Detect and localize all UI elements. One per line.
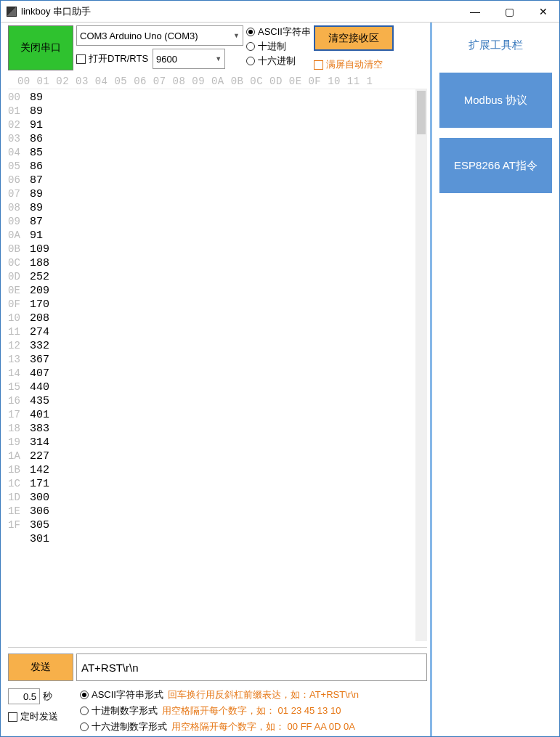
baud-select[interactable]: 9600 ▼ [153, 49, 225, 69]
recv-line: 252 [30, 270, 424, 284]
recv-line: 274 [30, 325, 424, 339]
recv-line: 171 [30, 477, 424, 491]
auto-clear-checkbox[interactable]: 满屏自动清空 [314, 58, 394, 71]
recv-line: 85 [30, 146, 424, 160]
chevron-down-icon: ▼ [215, 55, 222, 62]
dtr-rts-checkbox[interactable]: 打开DTR/RTS [76, 52, 148, 65]
hint-ascii: 回车换行用反斜杠前缀表达，如：AT+RST\r\n [168, 688, 359, 701]
recv-line: 188 [30, 256, 424, 270]
scrollbar-thumb[interactable] [417, 91, 426, 134]
recv-fmt-ascii-radio[interactable]: ASCII字符串 [246, 25, 311, 38]
minimize-button[interactable]: — [464, 4, 486, 19]
recv-line: 142 [30, 463, 424, 477]
right-toolbar-pane: 扩展工具栏 Modbus 协议 ESP8266 AT指令 [432, 23, 559, 736]
row-number-gutter: 000102030405060708090A0B0C0D0E0F10111213… [8, 89, 27, 641]
recv-line: 89 [30, 91, 424, 105]
send-button[interactable]: 发送 [8, 653, 73, 681]
recv-line: 86 [30, 132, 424, 146]
maximize-button[interactable]: ▢ [499, 4, 520, 19]
recv-line: 383 [30, 422, 424, 436]
recv-line: 109 [30, 243, 424, 256]
recv-line: 91 [30, 229, 424, 243]
recv-line: 305 [30, 518, 424, 532]
timer-interval-input[interactable] [8, 688, 40, 704]
right-pane-title: 扩展工具栏 [468, 38, 523, 52]
recv-format-group: ASCII字符串 十进制 十六进制 [246, 25, 311, 68]
recv-line: 332 [30, 339, 424, 353]
recv-fmt-dec-radio[interactable]: 十进制 [246, 40, 311, 53]
scrollbar[interactable] [415, 89, 427, 641]
recv-line: 89 [30, 187, 424, 201]
recv-line: 440 [30, 380, 424, 394]
recv-line: 208 [30, 312, 424, 325]
recv-line: 91 [30, 118, 424, 132]
recv-line: 87 [30, 215, 424, 229]
clear-recv-button[interactable]: 清空接收区 [314, 25, 394, 51]
hex-column-header: 00 01 02 03 04 05 06 07 08 09 0A 0B 0C 0… [8, 73, 427, 89]
hint-hex: 用空格隔开每个数字，如： 00 FF AA 0D 0A [171, 720, 355, 733]
recv-line: 314 [30, 436, 424, 449]
recv-line: 170 [30, 298, 424, 312]
recv-line: 89 [30, 201, 424, 215]
port-select[interactable]: COM3 Arduino Uno (COM3) ▼ [76, 25, 243, 46]
recv-line: 407 [30, 367, 424, 380]
timer-unit-label: 秒 [43, 690, 52, 703]
recv-line: 401 [30, 408, 424, 422]
close-port-button[interactable]: 关闭串口 [8, 25, 73, 70]
send-fmt-dec-radio[interactable]: 十进制数字形式 [80, 704, 158, 717]
app-icon [7, 7, 17, 17]
recv-line: 227 [30, 449, 424, 463]
modbus-tool-button[interactable]: Modbus 协议 [439, 73, 552, 128]
hint-dec: 用空格隔开每个数字，如： 01 23 45 13 10 [162, 704, 341, 717]
recv-line: 367 [30, 353, 424, 367]
recv-line: 209 [30, 284, 424, 298]
recv-line: 435 [30, 394, 424, 408]
titlebar: linkboy 串口助手 — ▢ ✕ [1, 1, 559, 23]
window-title: linkboy 串口助手 [21, 5, 91, 18]
recv-line: 86 [30, 160, 424, 174]
recv-line: 300 [30, 491, 424, 505]
recv-line: 87 [30, 174, 424, 187]
port-value: COM3 Arduino Uno (COM3) [80, 30, 198, 41]
chevron-down-icon: ▼ [233, 32, 240, 39]
recv-fmt-hex-radio[interactable]: 十六进制 [246, 54, 311, 68]
recv-line: 89 [30, 105, 424, 118]
close-button[interactable]: ✕ [533, 4, 553, 19]
baud-value: 9600 [156, 54, 177, 65]
receive-textarea[interactable]: 8989918685868789898791109188252209170208… [27, 89, 427, 641]
esp8266-tool-button[interactable]: ESP8266 AT指令 [439, 138, 552, 193]
send-fmt-ascii-radio[interactable]: ASCII字符串形式 [80, 688, 163, 701]
recv-line: 301 [30, 532, 424, 546]
recv-line: 306 [30, 505, 424, 518]
timed-send-checkbox[interactable]: 定时发送 [8, 710, 58, 723]
send-fmt-hex-radio[interactable]: 十六进制数字形式 [80, 720, 167, 733]
send-input[interactable] [76, 653, 427, 681]
left-pane: 关闭串口 COM3 Arduino Uno (COM3) ▼ 打开DTR/RTS… [1, 23, 432, 736]
